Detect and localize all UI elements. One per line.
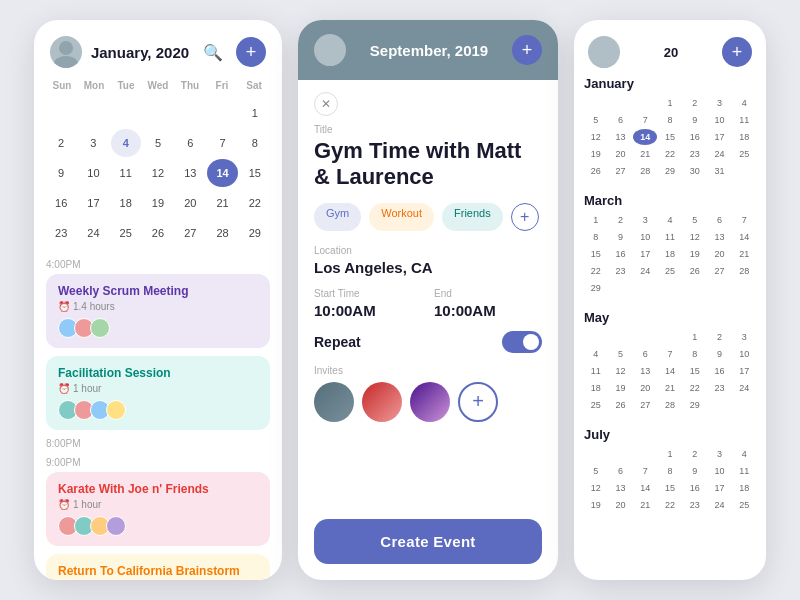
weekday-mon: Mon (78, 76, 110, 95)
mini-cal-grid: 1234 567891011 12131415161718 1920212223… (584, 446, 756, 513)
cal-day[interactable] (175, 99, 205, 127)
clock-icon: ⏰ (58, 383, 70, 394)
cal-day[interactable]: 1 (240, 99, 270, 127)
year-calendar: January 1234 567891011 12131415161718 19… (574, 76, 766, 580)
left-month-title: January, 2020 (91, 44, 189, 61)
cal-day[interactable]: 28 (207, 219, 237, 247)
cal-day[interactable]: 18 (111, 189, 141, 217)
days-grid: 1 2 3 4 5 6 7 8 9 10 11 12 13 14 15 16 1… (46, 99, 270, 247)
event-duration: ⏰ 1 hour (58, 383, 258, 394)
events-section: 4:00PM Weekly Scrum Meeting ⏰ 1.4 hours … (34, 247, 282, 580)
event-avatars (58, 318, 258, 338)
cal-day[interactable]: 20 (175, 189, 205, 217)
start-time-value: 10:00AM (314, 302, 422, 319)
search-button[interactable]: 🔍 (198, 37, 228, 67)
end-label: End (434, 288, 542, 299)
right-year-label: 20 (664, 45, 678, 60)
event-facilitation[interactable]: Facilitation Session ⏰ 1 hour (46, 356, 270, 430)
cal-day[interactable]: 9 (46, 159, 76, 187)
mini-cal-grid: 1234567 891011121314 15161718192021 2223… (584, 212, 756, 296)
event-duration: ⏰ 1 hour (58, 499, 258, 510)
svg-point-0 (59, 41, 73, 55)
avatar (588, 36, 620, 68)
avatar (106, 516, 126, 536)
tag-workout[interactable]: Workout (369, 203, 434, 231)
cal-day[interactable]: 22 (240, 189, 270, 217)
cal-day[interactable]: 26 (143, 219, 173, 247)
invites-section: Invites + (314, 365, 542, 422)
year-month-may: May 123 45678910 11121314151617 18192021… (584, 310, 756, 413)
cal-day[interactable]: 6 (175, 129, 205, 157)
invite-avatar-2 (362, 382, 402, 422)
mid-month-title: September, 2019 (370, 42, 488, 59)
event-title: Facilitation Session (58, 366, 258, 380)
cal-day-today[interactable]: 14 (207, 159, 237, 187)
cal-day[interactable]: 10 (78, 159, 108, 187)
repeat-toggle[interactable] (502, 331, 542, 353)
cal-day[interactable]: 15 (240, 159, 270, 187)
cal-day[interactable]: 12 (143, 159, 173, 187)
right-add-button[interactable]: + (722, 37, 752, 67)
cal-day[interactable]: 25 (111, 219, 141, 247)
cal-day[interactable]: 19 (143, 189, 173, 217)
cal-day[interactable] (46, 99, 76, 127)
time-label-3: 9:00PM (46, 457, 270, 468)
tags-row: Gym Workout Friends + (314, 203, 542, 231)
middle-event-card: September, 2019 + ✕ Title Gym Time with … (298, 20, 558, 580)
event-karate[interactable]: Karate With Joe n' Friends ⏰ 1 hour (46, 472, 270, 546)
cal-day[interactable] (207, 99, 237, 127)
cal-day[interactable]: 16 (46, 189, 76, 217)
right-year-card: 20 + January 1234 567891011 121314151617… (574, 20, 766, 580)
month-name: January (584, 76, 756, 91)
invite-avatar-1 (314, 382, 354, 422)
close-button[interactable]: ✕ (314, 92, 338, 116)
svg-point-1 (54, 56, 78, 68)
add-event-button[interactable]: + (236, 37, 266, 67)
calendar-grid: Sun Mon Tue Wed Thu Fri Sat 1 2 3 4 5 6 … (34, 76, 282, 247)
mid-add-button[interactable]: + (512, 35, 542, 65)
svg-point-3 (318, 54, 342, 66)
clock-icon: ⏰ (58, 499, 70, 510)
tag-gym[interactable]: Gym (314, 203, 361, 231)
cal-day[interactable]: 13 (175, 159, 205, 187)
cal-day[interactable] (143, 99, 173, 127)
right-card-header: 20 + (574, 20, 766, 76)
cal-day[interactable] (111, 99, 141, 127)
event-avatars (58, 516, 258, 536)
clock-icon: ⏰ (58, 301, 70, 312)
svg-point-2 (323, 39, 337, 53)
weekday-wed: Wed (142, 76, 174, 95)
today-marker: 14 (633, 129, 657, 145)
cal-day[interactable]: 17 (78, 189, 108, 217)
cal-day[interactable]: 11 (111, 159, 141, 187)
add-tag-button[interactable]: + (511, 203, 539, 231)
cal-day[interactable]: 21 (207, 189, 237, 217)
end-time-value: 10:00AM (434, 302, 542, 319)
cal-day[interactable]: 5 (143, 129, 173, 157)
location-value: Los Angeles, CA (314, 259, 542, 276)
header-icons: 🔍 + (198, 37, 266, 67)
cal-day[interactable]: 7 (207, 129, 237, 157)
tag-friends[interactable]: Friends (442, 203, 503, 231)
cal-day[interactable]: 4 (111, 129, 141, 157)
event-avatars (58, 400, 258, 420)
cal-day[interactable]: 24 (78, 219, 108, 247)
mini-cal-grid: 1234 567891011 12131415161718 1920212223… (584, 95, 756, 179)
weekday-headers: Sun Mon Tue Wed Thu Fri Sat (46, 76, 270, 95)
create-event-button[interactable]: Create Event (314, 519, 542, 564)
year-month-january: January 1234 567891011 12131415161718 19… (584, 76, 756, 179)
cal-day[interactable] (78, 99, 108, 127)
cal-day[interactable]: 23 (46, 219, 76, 247)
cal-day[interactable]: 27 (175, 219, 205, 247)
cal-day[interactable]: 29 (240, 219, 270, 247)
add-invite-button[interactable]: + (458, 382, 498, 422)
event-detail: ✕ Title Gym Time with Matt & Laurence Gy… (298, 80, 558, 519)
cal-day[interactable]: 8 (240, 129, 270, 157)
invite-avatar-3 (410, 382, 450, 422)
avatar (90, 318, 110, 338)
cal-day[interactable]: 3 (78, 129, 108, 157)
event-weekly-scrum[interactable]: Weekly Scrum Meeting ⏰ 1.4 hours (46, 274, 270, 348)
event-california[interactable]: Return To California Brainstorm (46, 554, 270, 580)
cal-day[interactable]: 2 (46, 129, 76, 157)
location-section: Location Los Angeles, CA (314, 245, 542, 276)
